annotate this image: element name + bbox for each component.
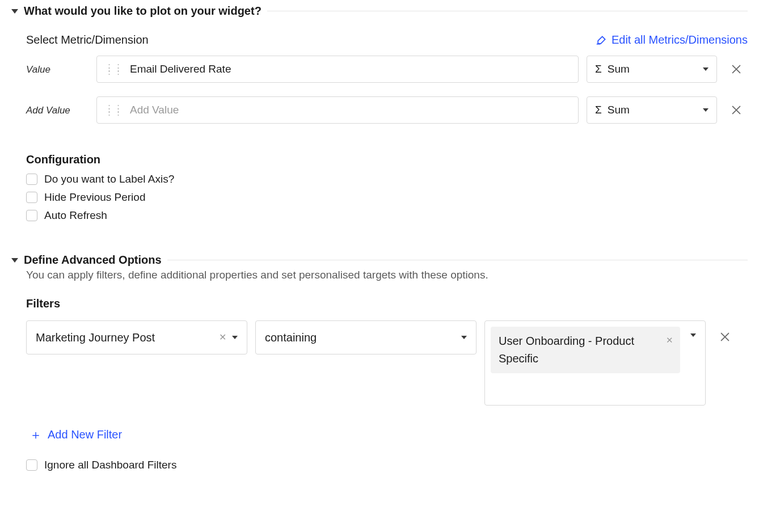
ignore-filters-text: Ignore all Dashboard Filters — [44, 459, 176, 471]
add-filter-text: Add New Filter — [48, 428, 122, 441]
divider — [167, 260, 748, 260]
filter-operator-select[interactable]: containing — [255, 320, 477, 354]
chevron-down-icon — [461, 336, 467, 339]
config-option-auto-refresh[interactable]: Auto Refresh — [26, 209, 748, 222]
remove-metric-button[interactable] — [725, 63, 748, 75]
metric-side-label: Value — [26, 63, 88, 75]
config-option-text: Auto Refresh — [44, 209, 107, 222]
section-advanced-header[interactable]: Define Advanced Options — [11, 254, 748, 267]
filter-row: Marketing Journey Post ✕ containing User… — [26, 320, 748, 406]
config-option-hide-previous[interactable]: Hide Previous Period — [26, 191, 748, 204]
aggregation-value: Sum — [608, 63, 630, 75]
divider — [267, 11, 748, 11]
aggregation-select[interactable]: Σ Sum — [587, 96, 717, 124]
remove-metric-button[interactable] — [725, 104, 748, 116]
aggregation-select[interactable]: Σ Sum — [587, 56, 717, 83]
remove-tag-icon[interactable]: ✕ — [666, 333, 673, 347]
chevron-down-icon — [232, 336, 238, 339]
ignore-dashboard-filters[interactable]: Ignore all Dashboard Filters — [26, 459, 748, 471]
section-plot-header[interactable]: What would you like to plot on your widg… — [11, 5, 748, 18]
filter-operator-value: containing — [265, 331, 317, 344]
config-option-label-axis[interactable]: Do you want to Label Axis? — [26, 173, 748, 185]
configuration-title: Configuration — [26, 153, 748, 166]
config-option-text: Hide Previous Period — [44, 191, 145, 204]
metric-value-field[interactable]: ⋮⋮⋮⋮ Email Delivered Rate — [96, 56, 579, 83]
edit-icon — [596, 35, 607, 46]
chevron-down-icon — [703, 108, 709, 112]
config-option-text: Do you want to Label Axis? — [44, 173, 174, 185]
checkbox[interactable] — [26, 459, 37, 471]
drag-handle-icon[interactable]: ⋮⋮⋮⋮ — [105, 66, 123, 73]
plus-icon: ＋ — [29, 429, 42, 441]
caret-down-icon — [11, 258, 18, 263]
section-advanced-subtitle: You can apply filters, define additional… — [26, 269, 748, 281]
chevron-down-icon — [690, 333, 696, 337]
add-filter-button[interactable]: ＋ Add New Filter — [26, 428, 122, 441]
aggregation-value: Sum — [608, 104, 630, 116]
metric-value-text: Email Delivered Rate — [130, 63, 231, 75]
checkbox[interactable] — [26, 174, 37, 185]
metric-value-placeholder: Add Value — [130, 104, 179, 116]
clear-icon[interactable]: ✕ — [219, 333, 226, 342]
checkbox[interactable] — [26, 192, 37, 203]
chevron-down-icon — [703, 67, 709, 71]
filters-title: Filters — [26, 297, 748, 310]
select-metric-label: Select Metric/Dimension — [26, 33, 149, 47]
filter-field-value: Marketing Journey Post — [36, 331, 155, 344]
filter-value-tag: User Onboarding - Product Specific ✕ — [491, 327, 680, 373]
caret-down-icon — [11, 9, 18, 14]
metric-side-label: Add Value — [26, 104, 88, 116]
filter-value-multiselect[interactable]: User Onboarding - Product Specific ✕ — [484, 320, 706, 406]
edit-metrics-link[interactable]: Edit all Metrics/Dimensions — [596, 33, 748, 47]
filter-field-select[interactable]: Marketing Journey Post ✕ — [26, 320, 247, 354]
remove-filter-button[interactable] — [714, 320, 736, 343]
sigma-icon: Σ — [595, 104, 602, 116]
checkbox[interactable] — [26, 210, 37, 221]
section-plot-title: What would you like to plot on your widg… — [24, 5, 262, 18]
section-advanced-title: Define Advanced Options — [24, 254, 162, 267]
metric-value-field[interactable]: ⋮⋮⋮⋮ Add Value — [96, 96, 579, 124]
metric-row: Value ⋮⋮⋮⋮ Email Delivered Rate Σ Sum — [26, 56, 748, 83]
sigma-icon: Σ — [595, 63, 602, 75]
drag-handle-icon[interactable]: ⋮⋮⋮⋮ — [105, 107, 123, 113]
filter-value-text: User Onboarding - Product Specific — [499, 335, 634, 365]
edit-metrics-text: Edit all Metrics/Dimensions — [612, 33, 748, 47]
metric-row: Add Value ⋮⋮⋮⋮ Add Value Σ Sum — [26, 96, 748, 124]
